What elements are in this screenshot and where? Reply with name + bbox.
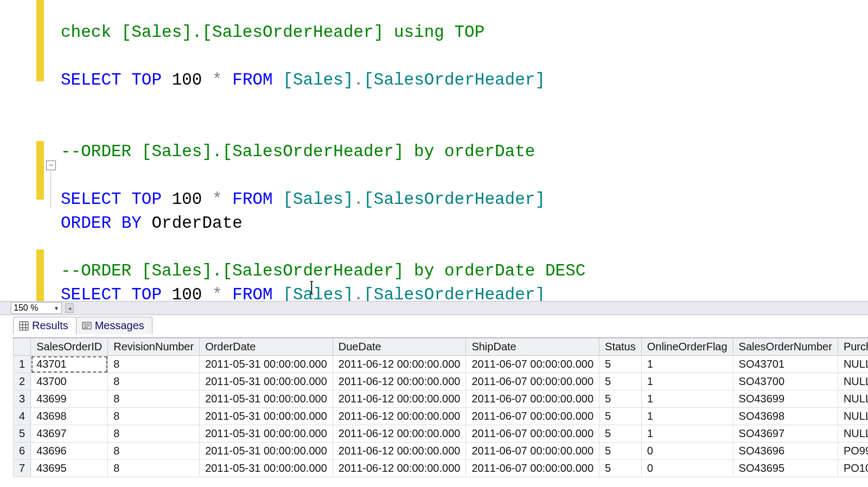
cell[interactable]: 2011-06-12 00:00:00.000 [333,373,466,390]
col-header[interactable]: ShipDate [466,338,599,356]
zoom-level-select[interactable]: 150 % ▼ [11,302,62,314]
table-row[interactable]: 24370082011-05-31 00:00:00.0002011-06-12… [14,373,869,390]
table-row[interactable]: 44369882011-05-31 00:00:00.0002011-06-12… [14,408,869,425]
cell[interactable]: 2011-06-12 00:00:00.000 [333,408,466,425]
cell[interactable]: 2011-05-31 00:00:00.000 [200,390,333,408]
cell[interactable]: 5 [599,390,642,408]
cell[interactable]: 43700 [31,373,108,390]
cell[interactable]: SO43699 [733,390,838,408]
row-number[interactable]: 4 [14,408,31,425]
cell[interactable]: 1 [641,373,733,390]
cell[interactable]: 8 [108,356,200,373]
cell[interactable]: 0 [641,460,733,477]
cell[interactable]: 5 [599,443,642,460]
cell[interactable]: 43696 [31,443,108,460]
cell[interactable]: 2011-06-12 00:00:00.000 [333,356,466,373]
cell[interactable]: 5 [599,373,642,390]
row-number[interactable]: 7 [14,460,31,477]
cell[interactable]: SO43700 [733,373,838,390]
col-header[interactable]: RevisionNumber [108,338,200,356]
cell[interactable]: 2011-05-31 00:00:00.000 [200,443,333,460]
row-number[interactable]: 2 [14,373,31,390]
cell[interactable]: 8 [108,390,200,408]
cell[interactable]: 1 [641,408,733,425]
cell[interactable]: 2011-06-12 00:00:00.000 [333,390,466,408]
cell[interactable]: 2011-05-31 00:00:00.000 [200,460,333,477]
col-header[interactable]: SalesOrderNumber [733,338,838,356]
svg-rect-0 [20,322,28,330]
cell[interactable]: SO43701 [733,356,838,373]
cell[interactable]: 2011-06-12 00:00:00.000 [333,460,466,477]
cell[interactable]: 43699 [31,390,108,408]
cell[interactable]: 2011-06-07 00:00:00.000 [466,373,599,390]
comment-line: --ORDER [Sales].[SalesOrderHeader] by or… [61,142,535,161]
col-header[interactable]: SalesOrderID [31,338,108,356]
cell[interactable]: 8 [108,425,200,443]
table-row[interactable]: 64369682011-05-31 00:00:00.0002011-06-12… [14,443,869,460]
cell[interactable]: 2011-06-12 00:00:00.000 [333,425,466,443]
col-header[interactable]: PurchaseOrderNu [838,338,868,356]
cell[interactable]: 8 [108,460,200,477]
cell[interactable]: NULL [838,425,868,443]
cell[interactable]: 43698 [31,408,108,425]
fold-toggle-icon[interactable]: − [46,161,56,170]
cell[interactable]: 2011-05-31 00:00:00.000 [200,408,333,425]
sql-editor[interactable]: − check [Sales].[SalesOrderHeader] using… [0,0,868,301]
cell[interactable]: 8 [108,373,200,390]
cell[interactable]: 2011-05-31 00:00:00.000 [200,373,333,390]
table-row[interactable]: 54369782011-05-31 00:00:00.0002011-06-12… [14,425,869,443]
cell[interactable]: 2011-06-07 00:00:00.000 [466,425,599,443]
cell[interactable]: 1 [641,390,733,408]
cell[interactable]: SO43697 [733,425,838,443]
cell[interactable]: 1 [641,425,733,443]
cell[interactable]: 5 [599,460,642,477]
cell[interactable]: 43701 [31,356,108,373]
cell[interactable]: 2011-05-31 00:00:00.000 [200,425,333,443]
table-row[interactable]: 14370182011-05-31 00:00:00.0002011-06-12… [14,356,869,373]
cell[interactable]: 2011-06-12 00:00:00.000 [333,443,466,460]
cell[interactable]: NULL [838,373,868,390]
cell[interactable]: 2011-05-31 00:00:00.000 [200,356,333,373]
scroll-left-icon[interactable]: ◂ [65,303,74,313]
tab-label: Messages [95,319,144,332]
messages-icon [82,321,92,331]
code-content: check [Sales].[SalesOrderHeader] using T… [61,0,585,301]
cell[interactable]: NULL [838,408,868,425]
row-number[interactable]: 5 [14,425,31,443]
row-number[interactable]: 1 [14,356,31,373]
col-header[interactable]: OnlineOrderFlag [641,338,733,356]
row-number[interactable]: 6 [14,443,31,460]
table-row[interactable]: 74369582011-05-31 00:00:00.0002011-06-12… [14,460,869,477]
cell[interactable]: 43695 [31,460,108,477]
tab-messages[interactable]: Messages [76,317,152,334]
row-number[interactable]: 3 [14,390,31,408]
tab-results[interactable]: Results [13,317,76,334]
cell[interactable]: 8 [108,443,200,460]
results-grid[interactable]: SalesOrderID RevisionNumber OrderDate Du… [13,337,868,487]
cell[interactable]: SO43698 [733,408,838,425]
cell[interactable]: 0 [641,443,733,460]
comment-line: --ORDER [Sales].[SalesOrderHeader] by or… [61,261,585,280]
cell[interactable]: SO43695 [733,460,838,477]
cell[interactable]: 5 [599,356,642,373]
cell[interactable]: NULL [838,356,868,373]
cell[interactable]: 2011-06-07 00:00:00.000 [466,408,599,425]
cell[interactable]: 2011-06-07 00:00:00.000 [466,443,599,460]
cell[interactable]: 8 [108,408,200,425]
cell[interactable]: SO43696 [733,443,838,460]
cell[interactable]: 1 [641,356,733,373]
grid-corner[interactable] [14,338,31,356]
col-header[interactable]: DueDate [333,338,466,356]
cell[interactable]: 2011-06-07 00:00:00.000 [466,356,599,373]
cell[interactable]: 5 [599,425,642,443]
table-row[interactable]: 34369982011-05-31 00:00:00.0002011-06-12… [14,390,869,408]
cell[interactable]: 5 [599,408,642,425]
cell[interactable]: 43697 [31,425,108,443]
cell[interactable]: PO9947131800 [838,443,868,460]
col-header[interactable]: OrderDate [200,338,333,356]
cell[interactable]: 2011-06-07 00:00:00.000 [466,460,599,477]
cell[interactable]: 2011-06-07 00:00:00.000 [466,390,599,408]
col-header[interactable]: Status [599,338,642,356]
cell[interactable]: PO10179176559 [838,460,868,477]
cell[interactable]: NULL [838,390,868,408]
